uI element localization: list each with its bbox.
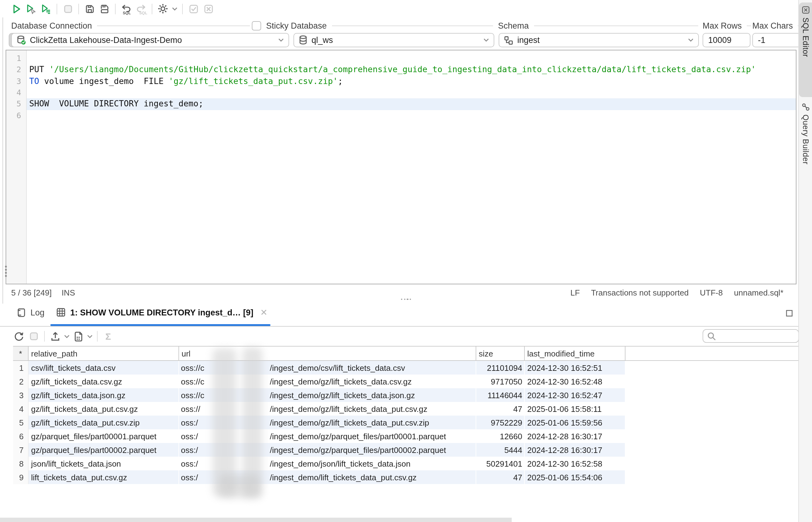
- size-cell[interactable]: 9752229: [476, 416, 525, 429]
- table-row[interactable]: 6gz/parquet_files/part00001.parquetoss:/…: [13, 429, 799, 443]
- execute-script-button[interactable]: [39, 2, 54, 16]
- code-area[interactable]: PUT '/Users/liangmo/Documents/GitHub/cli…: [27, 51, 796, 284]
- last-modified-cell[interactable]: 2024-12-30 16:52:58: [525, 457, 625, 470]
- column-header-row-num[interactable]: *: [13, 346, 28, 360]
- size-cell[interactable]: 12660: [476, 429, 525, 443]
- tab-query-builder[interactable]: Query Builder: [799, 100, 812, 183]
- row-number-cell[interactable]: 3: [13, 388, 28, 402]
- last-modified-cell[interactable]: 2024-12-30 16:52:47: [525, 388, 625, 402]
- maximize-panel-button[interactable]: [785, 309, 793, 317]
- table-row[interactable]: 3gz/lift_tickets_data.json.gzoss://c/ing…: [13, 388, 799, 402]
- url-cell[interactable]: oss:///ingest_demo/gz/lift_tickets_data_…: [179, 402, 476, 416]
- code-line[interactable]: TO volume ingest_demo FILE 'gz/lift_tick…: [27, 76, 796, 87]
- url-cell[interactable]: oss://c/ingest_demo/gz/lift_tickets_data…: [179, 375, 476, 388]
- table-row[interactable]: 7gz/parquet_files/part00002.parquetoss:/…: [13, 443, 799, 457]
- last-modified-cell[interactable]: 2024-12-28 16:30:17: [525, 429, 625, 443]
- view-format-button[interactable]: [71, 329, 86, 343]
- tab-log[interactable]: Log: [16, 307, 44, 318]
- line-number[interactable]: 6: [6, 110, 26, 121]
- tab-result-set[interactable]: 1: SHOW VOLUME DIRECTORY ingest_d… [9] ✕: [56, 307, 268, 317]
- url-cell[interactable]: oss://ingest_demo/gz/lift_tickets_data_p…: [179, 416, 476, 429]
- save-as-button[interactable]: [97, 2, 112, 16]
- last-modified-cell[interactable]: 2025-01-06 15:59:56: [525, 416, 625, 429]
- table-row[interactable]: 8json/lift_tickets_data.jsonoss://ingest…: [13, 457, 799, 470]
- row-number-cell[interactable]: 9: [13, 470, 28, 484]
- row-number-cell[interactable]: 4: [13, 402, 28, 416]
- max-rows-input[interactable]: [703, 33, 750, 47]
- size-cell[interactable]: 9717050: [476, 375, 525, 388]
- column-header-relative_path[interactable]: relative_path: [28, 346, 179, 360]
- row-number-cell[interactable]: 8: [13, 457, 28, 470]
- table-row[interactable]: 4gz/lift_tickets_data_put.csv.gzoss:///i…: [13, 402, 799, 416]
- table-row[interactable]: 1csv/lift_tickets_data.csvoss://c/ingest…: [13, 361, 799, 375]
- row-number-cell[interactable]: 2: [13, 375, 28, 388]
- relative-path-cell[interactable]: gz/lift_tickets_data.csv.gz: [28, 375, 179, 388]
- url-cell[interactable]: oss://ingest_demo/gz/parquet_files/part0…: [179, 443, 476, 457]
- column-header-last_modified_time[interactable]: last_modified_time: [525, 346, 625, 360]
- size-cell[interactable]: 47: [476, 470, 525, 484]
- last-modified-cell[interactable]: 2024-12-30 16:52:51: [525, 361, 625, 375]
- row-number-cell[interactable]: 7: [13, 443, 28, 457]
- commit-button[interactable]: [186, 2, 201, 16]
- last-modified-cell[interactable]: 2025-01-06 15:58:11: [525, 402, 625, 416]
- column-header-url[interactable]: url: [179, 346, 476, 360]
- column-header-size[interactable]: size: [476, 346, 525, 360]
- sql-editor[interactable]: 123456 PUT '/Users/liangmo/Documents/Git…: [6, 50, 796, 284]
- table-row[interactable]: 2gz/lift_tickets_data.csv.gzoss://c/inge…: [13, 375, 799, 388]
- undo-sql-button[interactable]: SQL: [119, 2, 134, 16]
- schema-select[interactable]: ingest: [499, 33, 699, 47]
- max-chars-input[interactable]: [752, 33, 801, 47]
- relative-path-cell[interactable]: gz/lift_tickets_data.json.gz: [28, 388, 179, 402]
- code-line[interactable]: [27, 87, 796, 99]
- settings-button[interactable]: [155, 2, 170, 16]
- line-number[interactable]: 3: [6, 76, 26, 87]
- close-icon[interactable]: ✕: [260, 307, 267, 317]
- execute-statement-button[interactable]: [9, 2, 24, 16]
- url-cell[interactable]: oss://ingest_demo/gz/parquet_files/part0…: [179, 429, 476, 443]
- row-number-cell[interactable]: 1: [13, 361, 28, 375]
- code-line[interactable]: [27, 110, 796, 121]
- size-cell[interactable]: 50291401: [476, 457, 525, 470]
- row-number-cell[interactable]: 6: [13, 429, 28, 443]
- rollback-button[interactable]: [201, 2, 216, 16]
- code-line[interactable]: SHOW VOLUME DIRECTORY ingest_demo;: [27, 99, 796, 110]
- relative-path-cell[interactable]: csv/lift_tickets_data.csv: [28, 361, 179, 375]
- line-number[interactable]: 5: [6, 99, 26, 110]
- last-modified-cell[interactable]: 2024-12-28 16:30:17: [525, 443, 625, 457]
- cancel-execution-button[interactable]: [26, 329, 41, 343]
- relative-path-cell[interactable]: gz/parquet_files/part00002.parquet: [28, 443, 179, 457]
- relative-path-cell[interactable]: gz/parquet_files/part00001.parquet: [28, 429, 179, 443]
- size-cell[interactable]: 47: [476, 402, 525, 416]
- database-select[interactable]: ql_ws: [293, 33, 494, 47]
- size-cell[interactable]: 5444: [476, 443, 525, 457]
- connection-select[interactable]: ClickZetta Lakehouse-Data-Ingest-Demo: [11, 33, 289, 47]
- table-row[interactable]: 5gz/lift_tickets_data_put.csv.ziposs://i…: [13, 416, 799, 429]
- line-ending[interactable]: LF: [570, 288, 580, 297]
- save-button[interactable]: [82, 2, 97, 16]
- url-cell[interactable]: oss://ingest_demo/json/lift_tickets_data…: [179, 457, 476, 470]
- size-cell[interactable]: 21101094: [476, 361, 525, 375]
- relative-path-cell[interactable]: gz/lift_tickets_data_put.csv.gz: [28, 402, 179, 416]
- url-cell[interactable]: oss://ingest_demo/lift_tickets_data_put.…: [179, 470, 476, 484]
- aggregate-button[interactable]: Σ: [101, 329, 116, 343]
- relative-path-cell[interactable]: gz/lift_tickets_data_put.csv.zip: [28, 416, 179, 429]
- redo-sql-button[interactable]: SQL: [134, 2, 149, 16]
- code-line[interactable]: PUT '/Users/liangmo/Documents/GitHub/cli…: [27, 64, 796, 76]
- search-input[interactable]: [719, 331, 795, 341]
- line-number[interactable]: 1: [6, 53, 26, 64]
- url-cell[interactable]: oss://c/ingest_demo/gz/lift_tickets_data…: [179, 388, 476, 402]
- line-number[interactable]: 2: [6, 64, 26, 76]
- sticky-database-checkbox[interactable]: [252, 21, 261, 30]
- size-cell[interactable]: 11146044: [476, 388, 525, 402]
- last-modified-cell[interactable]: 2025-01-06 15:54:06: [525, 470, 625, 484]
- tab-sql-editor[interactable]: SQL Editor: [799, 2, 812, 97]
- results-search-box[interactable]: [703, 329, 799, 343]
- relative-path-cell[interactable]: lift_tickets_data_put.csv.gz: [28, 470, 179, 484]
- last-modified-cell[interactable]: 2024-12-30 16:52:48: [525, 375, 625, 388]
- settings-dropdown-button[interactable]: [170, 2, 179, 16]
- execute-in-new-tab-button[interactable]: [24, 2, 39, 16]
- refresh-button[interactable]: [11, 329, 26, 343]
- vertical-resize-handle[interactable]: [5, 266, 6, 277]
- horizontal-scrollbar[interactable]: [0, 518, 512, 522]
- code-line[interactable]: [27, 53, 796, 64]
